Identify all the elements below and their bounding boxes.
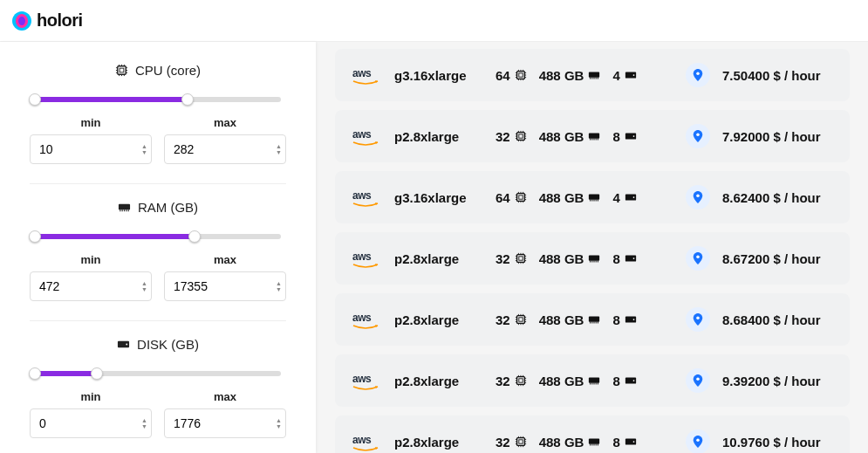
aws-logo-icon: aws (352, 309, 379, 330)
price: 8.62400 $ / hour (722, 190, 832, 205)
location-pin-button[interactable] (686, 63, 710, 87)
stepper-icon[interactable]: ▲▼ (141, 280, 147, 292)
cpu-icon (515, 252, 527, 264)
ram-icon (588, 313, 600, 326)
aws-logo-icon: aws (352, 126, 379, 147)
stepper-icon[interactable]: ▲▼ (141, 417, 147, 429)
spec-cpu: 32 (496, 251, 527, 266)
filters-sidebar: CPU (core) min 10 ▲▼ max (0, 42, 316, 453)
cpu-slider-max-thumb[interactable] (181, 93, 194, 106)
logo[interactable]: holori (12, 10, 83, 31)
disk-icon (625, 374, 637, 387)
price: 7.50400 $ / hour (722, 68, 832, 83)
spec-disk: 4 (612, 68, 636, 83)
cpu-slider[interactable] (35, 95, 281, 104)
location-pin-button[interactable] (686, 185, 710, 209)
pin-icon (692, 374, 704, 387)
stepper-icon[interactable]: ▲▼ (276, 143, 282, 155)
cpu-max-input[interactable]: 282 ▲▼ (164, 134, 286, 164)
location-pin-button[interactable] (686, 124, 710, 148)
aws-logo-icon: aws (352, 248, 379, 269)
ram-min-input[interactable]: 472 ▲▼ (30, 271, 152, 301)
disk-icon (625, 252, 637, 264)
spec-cpu: 32 (496, 129, 527, 144)
disk-icon (625, 313, 637, 326)
ram-slider-min-thumb[interactable] (29, 230, 41, 243)
result-row[interactable]: aws p2.8xlarge 32 488 GB 8 9.39200 $ / h… (335, 354, 850, 407)
stepper-icon[interactable]: ▲▼ (276, 417, 282, 429)
ram-icon (588, 191, 600, 203)
aws-logo-icon: aws (352, 187, 379, 208)
cpu-icon (115, 64, 128, 77)
spec-ram: 488 GB (539, 312, 601, 327)
result-row[interactable]: aws p2.8xlarge 32 488 GB 8 8.68400 $ / h… (335, 293, 850, 346)
filter-ram: RAM (GB) min 472 ▲▼ max (30, 184, 286, 321)
aws-logo-icon: aws (352, 431, 379, 452)
pin-icon (692, 313, 704, 326)
location-pin-button[interactable] (686, 368, 710, 393)
stepper-icon[interactable]: ▲▼ (141, 143, 147, 155)
ram-icon (588, 130, 600, 142)
cpu-icon (515, 191, 527, 203)
location-pin-button[interactable] (686, 307, 710, 332)
price: 8.68400 $ / hour (722, 312, 832, 327)
spec-ram: 488 GB (539, 68, 601, 83)
price: 9.39200 $ / hour (722, 374, 832, 388)
disk-max-input[interactable]: 1776 ▲▼ (164, 408, 286, 438)
location-pin-button[interactable] (686, 429, 710, 453)
spec-ram: 488 GB (539, 374, 601, 388)
ram-icon (588, 374, 600, 387)
ram-slider-max-thumb[interactable] (188, 230, 201, 243)
instance-name: g3.16xlarge (394, 190, 483, 205)
pin-icon (692, 69, 704, 81)
filter-cpu: CPU (core) min 10 ▲▼ max (30, 58, 286, 184)
filter-cpu-title: CPU (core) (135, 63, 201, 78)
aws-logo-icon: aws (352, 370, 379, 391)
ram-slider[interactable] (35, 232, 281, 241)
stepper-icon[interactable]: ▲▼ (276, 280, 282, 292)
disk-min-label: min (30, 390, 152, 403)
spec-ram: 488 GB (539, 435, 601, 450)
spec-ram: 488 GB (539, 251, 601, 266)
disk-slider-min-thumb[interactable] (29, 367, 41, 380)
instance-name: p2.8xlarge (394, 312, 483, 327)
result-row[interactable]: aws g3.16xlarge 64 488 GB 4 7.50400 $ / … (335, 49, 850, 101)
ram-icon (588, 252, 600, 264)
instance-name: p2.8xlarge (394, 251, 483, 266)
spec-disk: 8 (612, 129, 636, 144)
cpu-icon (515, 313, 527, 326)
disk-icon (625, 69, 637, 81)
disk-min-input[interactable]: 0 ▲▼ (30, 408, 152, 438)
filter-disk: DISK (GB) min 0 ▲▼ max (30, 321, 286, 453)
app-header: holori (0, 0, 868, 42)
spec-ram: 488 GB (539, 129, 601, 144)
ram-icon (588, 436, 600, 448)
spec-disk: 8 (612, 251, 636, 266)
result-row[interactable]: aws p2.8xlarge 32 488 GB 8 10.9760 $ / h… (335, 415, 850, 453)
disk-icon (625, 436, 637, 448)
cpu-min-input[interactable]: 10 ▲▼ (30, 134, 152, 164)
cpu-slider-min-thumb[interactable] (29, 93, 41, 106)
result-row[interactable]: aws p2.8xlarge 32 488 GB 8 8.67200 $ / h… (335, 232, 850, 285)
result-row[interactable]: aws g3.16xlarge 64 488 GB 4 8.62400 $ / … (335, 171, 850, 223)
disk-icon (117, 338, 130, 351)
disk-slider-max-thumb[interactable] (91, 367, 103, 380)
ram-max-label: max (164, 253, 286, 266)
result-row[interactable]: aws p2.8xlarge 32 488 GB 8 7.92000 $ / h… (335, 110, 850, 162)
disk-icon (625, 191, 637, 203)
instance-name: p2.8xlarge (394, 435, 483, 450)
spec-cpu: 64 (496, 68, 527, 83)
cpu-min-label: min (30, 116, 152, 129)
spec-ram: 488 GB (539, 190, 601, 205)
location-pin-button[interactable] (686, 246, 710, 271)
spec-cpu: 32 (496, 374, 527, 388)
disk-slider[interactable] (35, 369, 281, 378)
ram-max-input[interactable]: 17355 ▲▼ (164, 271, 286, 301)
filter-disk-title: DISK (GB) (137, 337, 199, 352)
spec-cpu: 64 (496, 190, 527, 205)
price: 8.67200 $ / hour (722, 251, 832, 266)
cpu-icon (515, 130, 527, 142)
spec-disk: 8 (612, 435, 636, 450)
spec-cpu: 32 (496, 312, 527, 327)
filter-ram-title: RAM (GB) (138, 200, 198, 215)
